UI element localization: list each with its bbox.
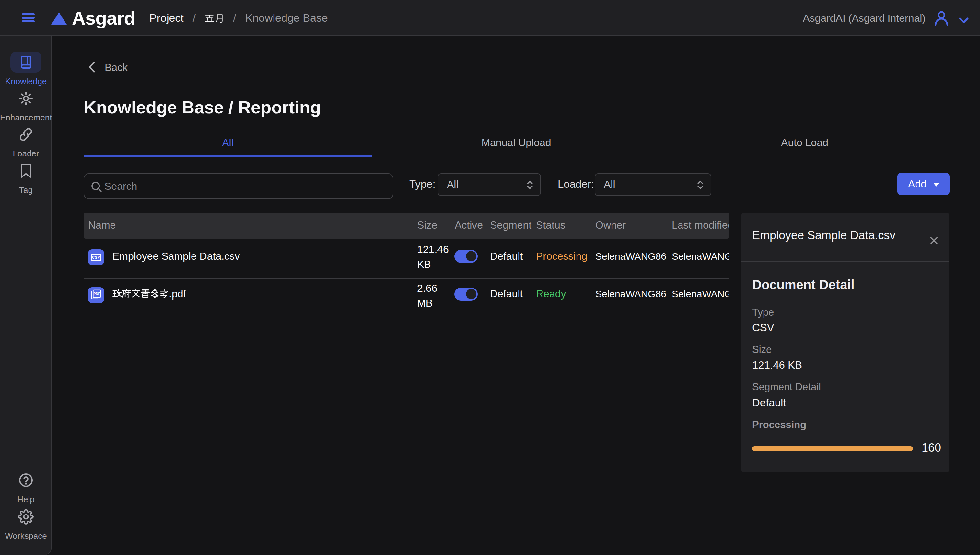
svg-text:PDF: PDF — [94, 292, 100, 296]
svg-text:CSV: CSV — [92, 255, 100, 259]
